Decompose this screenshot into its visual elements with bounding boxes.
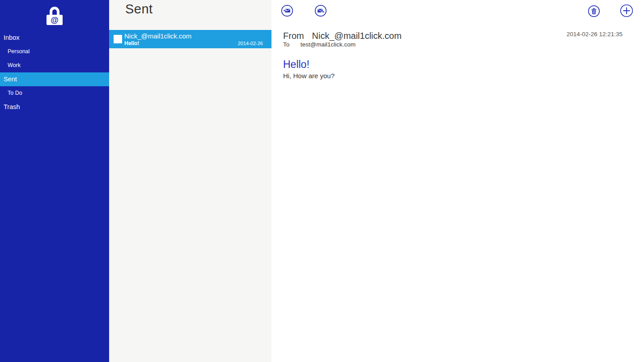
sidebar-item-work[interactable]: Work xyxy=(0,59,109,72)
forward-icon xyxy=(314,4,327,17)
new-message-button[interactable] xyxy=(620,4,633,17)
email-list-item[interactable]: Nick_@mail1click.com Hello! 2014-02-26 xyxy=(109,30,271,48)
reply-button[interactable] xyxy=(281,4,294,18)
from-address: Nick_@mail1click.com xyxy=(312,31,402,41)
message-subject: Hello! xyxy=(283,59,309,71)
message-datetime: 2014-02-26 12:21:35 xyxy=(567,31,623,38)
reading-pane: From Nick_@mail1click.com To test@mail1c… xyxy=(271,0,644,362)
new-message-icon xyxy=(620,4,633,17)
sidebar-item-todo[interactable]: To Do xyxy=(0,86,109,100)
email-subject: Hello! xyxy=(124,40,139,46)
delete-button[interactable] xyxy=(588,5,601,18)
to-label: To xyxy=(283,41,299,48)
delete-icon xyxy=(588,5,600,17)
from-label: From xyxy=(283,31,309,41)
email-checkbox[interactable] xyxy=(114,35,122,43)
email-sender: Nick_@mail1click.com xyxy=(124,32,191,40)
sidebar-item-personal[interactable]: Personal xyxy=(0,45,109,59)
lock-at-logo-icon: @ xyxy=(45,4,64,26)
sidebar-item-trash[interactable]: Trash xyxy=(0,100,109,114)
forward-button[interactable] xyxy=(314,4,328,18)
message-list-column: Sent Nick_@mail1click.com Hello! 2014-02… xyxy=(109,0,271,362)
to-address: test@mail1click.com xyxy=(301,41,356,48)
reply-icon xyxy=(281,4,293,17)
message-to-row: To test@mail1click.com xyxy=(283,41,356,48)
message-from-row: From Nick_@mail1click.com xyxy=(283,31,402,41)
sidebar-item-sent[interactable]: Sent xyxy=(0,72,109,86)
message-body: Hi, How are you? xyxy=(283,72,335,80)
email-date: 2014-02-26 xyxy=(238,41,263,46)
folder-title: Sent xyxy=(125,2,153,17)
svg-text:@: @ xyxy=(51,16,59,25)
sidebar-item-inbox[interactable]: Inbox xyxy=(0,31,109,45)
sidebar-nav: Inbox Personal Work Sent To Do Trash xyxy=(0,31,109,114)
sidebar: @ Inbox Personal Work Sent To Do Trash xyxy=(0,0,109,362)
